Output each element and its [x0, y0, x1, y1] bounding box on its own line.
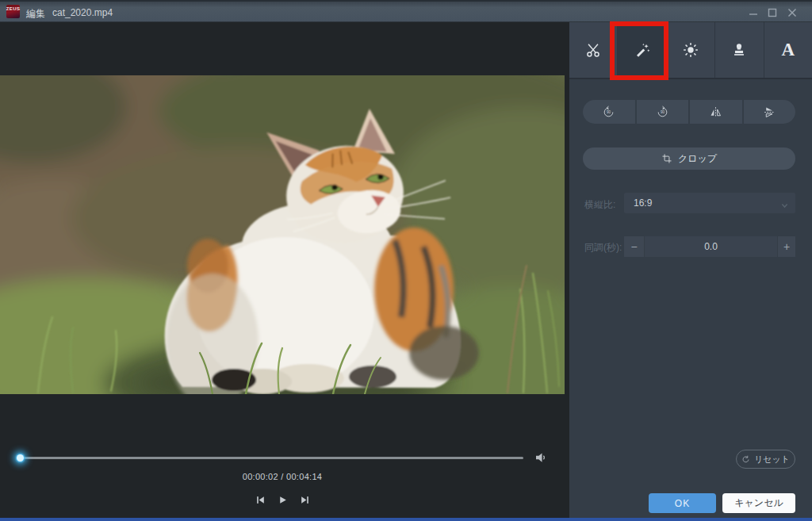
flip-vertical-button[interactable]	[744, 100, 796, 124]
close-button[interactable]	[785, 6, 799, 19]
video-preview	[0, 75, 565, 394]
transport-controls	[0, 494, 565, 505]
ok-button[interactable]: OK	[649, 493, 716, 513]
magic-wand-icon	[634, 41, 651, 59]
aspect-ratio-value: 16:9	[634, 197, 652, 209]
cancel-button[interactable]: キャンセル	[722, 493, 795, 513]
aspect-ratio-dropdown[interactable]: 16:9	[624, 193, 795, 213]
aspect-ratio-label: 横縦比:	[584, 198, 615, 212]
chevron-down-icon	[780, 199, 789, 213]
sync-value-field[interactable]: 0.0	[645, 236, 777, 257]
next-frame-button[interactable]	[299, 494, 310, 505]
maximize-button[interactable]	[765, 6, 779, 19]
sync-seconds-label: 同調(秒):	[584, 241, 622, 255]
rotate-left-90-button[interactable]: 90	[583, 100, 635, 124]
tab-text[interactable]: A	[764, 22, 812, 78]
tab-effects[interactable]	[617, 22, 665, 78]
flip-horizontal-button[interactable]	[690, 100, 742, 124]
reset-button[interactable]: リセット	[736, 450, 795, 469]
next-frame-icon	[300, 495, 310, 505]
minimize-icon	[749, 8, 758, 17]
titlebar: ZEUS 編集 cat_2020.mp4	[0, 0, 812, 22]
crop-icon	[661, 153, 672, 164]
window-title: 編集	[26, 7, 45, 21]
edit-window: ZEUS 編集 cat_2020.mp4	[0, 0, 812, 521]
rotate-flip-group: 90 90	[583, 100, 795, 124]
sync-increment-button[interactable]: +	[778, 236, 795, 257]
maximize-icon	[768, 8, 777, 17]
rotate-right-90-button[interactable]: 90	[637, 100, 689, 124]
sync-decrement-button[interactable]: −	[624, 236, 644, 257]
reset-button-label: リセット	[754, 454, 790, 465]
tab-watermark[interactable]	[714, 22, 763, 78]
flip-horizontal-icon	[709, 105, 722, 119]
zeus-logo: ZEUS	[6, 5, 20, 18]
cat-video-frame	[0, 75, 565, 394]
previous-frame-button[interactable]	[255, 494, 266, 505]
flip-vertical-icon	[763, 105, 776, 119]
window-filename: cat_2020.mp4	[52, 7, 113, 18]
scissors-icon	[584, 41, 602, 59]
crop-button-label: クロップ	[678, 152, 717, 166]
minimize-button[interactable]	[746, 6, 760, 19]
tool-panel: A 90 90	[569, 22, 812, 518]
close-icon	[787, 8, 797, 17]
tab-adjust[interactable]	[666, 22, 714, 78]
stamp-icon	[730, 41, 748, 59]
text-icon: A	[782, 40, 795, 60]
volume-icon	[534, 450, 548, 465]
play-button[interactable]	[277, 494, 288, 505]
brightness-icon	[682, 41, 699, 59]
seek-handle[interactable]	[17, 454, 24, 462]
svg-text:90: 90	[661, 110, 665, 114]
rotate-right-90-icon: 90	[656, 105, 669, 119]
tab-trim[interactable]	[569, 22, 617, 78]
crop-button[interactable]: クロップ	[583, 147, 795, 170]
rotate-left-90-icon: 90	[602, 105, 615, 119]
svg-text:90: 90	[607, 110, 611, 114]
window-bottom-border	[0, 518, 812, 521]
volume-button[interactable]	[534, 450, 550, 465]
tool-tabbar: A	[569, 22, 812, 79]
seek-bar[interactable]	[17, 457, 523, 459]
previous-frame-icon	[255, 495, 266, 505]
player-area: 00:00:02 / 00:04:14	[0, 22, 569, 518]
refresh-icon	[741, 455, 750, 464]
time-display: 00:00:02 / 00:04:14	[0, 472, 565, 481]
play-icon	[278, 495, 288, 505]
